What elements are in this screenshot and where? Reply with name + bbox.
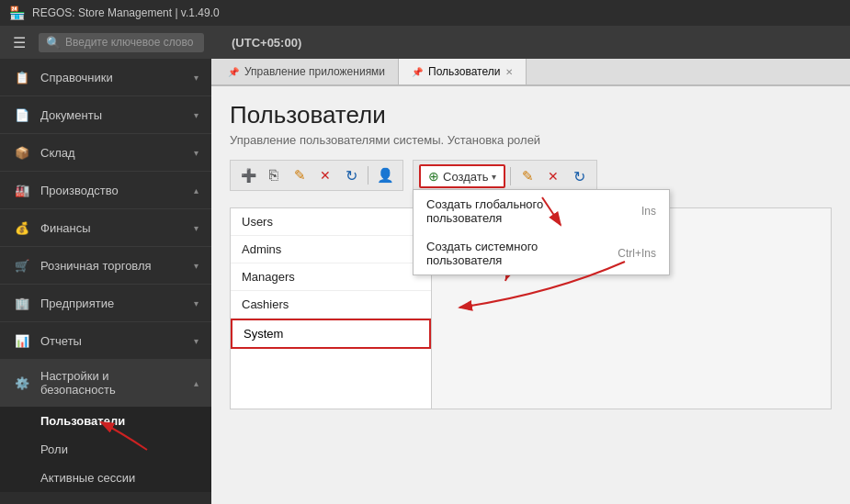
delete-button[interactable]: ✕ (313, 164, 337, 186)
dokumenty-icon: 📄 (13, 106, 31, 124)
list-item[interactable]: Users (231, 208, 431, 236)
sidebar-item-predpriyatie[interactable]: 🏢 Предприятие ▾ (0, 285, 211, 322)
edit-button-right[interactable]: ✎ (516, 165, 539, 187)
chevron-down-icon: ▾ (194, 73, 198, 83)
tab-close-icon[interactable]: ✕ (505, 67, 513, 77)
chevron-down-icon: ▾ (194, 336, 198, 346)
dropdown-arrow-icon: ▾ (492, 172, 496, 182)
create-dropdown-menu: Создать глобального пользователя Ins Соз… (413, 189, 670, 275)
delete-button-right[interactable]: ✕ (541, 165, 565, 187)
title-bar: 🏪 REGOS: Store Management | v.1.49.0 (0, 0, 850, 26)
sidebar-item-finansy[interactable]: 💰 Финансы ▾ (0, 209, 211, 247)
tab-label: Управление приложениями (244, 65, 385, 78)
tab-upravlenie[interactable]: 📌 Управление приложениями (215, 59, 399, 84)
sidebar-item-proizvodstvo[interactable]: 🏭 Производство ▴ (0, 172, 211, 209)
tab-label: Пользователи (428, 65, 500, 78)
list-item[interactable]: Admins (231, 236, 431, 263)
chevron-up-icon: ▴ (194, 378, 198, 388)
plus-icon: ⊕ (428, 169, 439, 184)
pin-icon: 📌 (228, 67, 239, 77)
sidebar-label: Справочники (40, 71, 185, 84)
sidebar-label: Склад (40, 146, 185, 160)
search-icon: 🔍 (46, 36, 61, 50)
page-title: Пользователи (230, 101, 832, 129)
spravochniki-icon: 📋 (13, 68, 31, 86)
sidebar-sub-sessii[interactable]: Активные сессии (0, 464, 211, 492)
sidebar: 📋 Справочники ▾ 📄 Документы ▾ 📦 Склад ▾ … (0, 59, 211, 504)
finansy-icon: 💰 (13, 218, 31, 237)
sidebar-label: Розничная торговля (40, 259, 185, 273)
sidebar-item-nastrojki[interactable]: ⚙️ Настройки и безопасность ▴ (0, 360, 211, 407)
refresh-button[interactable]: ↻ (339, 164, 363, 186)
otchety-icon: 📊 (13, 331, 31, 350)
sidebar-item-otchety[interactable]: 📊 Отчеты ▾ (0, 322, 211, 360)
sidebar-label: Предприятие (40, 297, 185, 310)
main-layout: 📋 Справочники ▾ 📄 Документы ▾ 📦 Склад ▾ … (0, 59, 850, 504)
sidebar-sub-polzovateli[interactable]: Пользователи (0, 407, 211, 435)
sidebar-submenu: Пользователи Роли Активные сессии (0, 407, 211, 492)
chevron-down-icon: ▾ (194, 223, 198, 233)
toolbar-separator (368, 166, 368, 185)
sidebar-item-sklad[interactable]: 📦 Склад ▾ (0, 134, 211, 172)
add-button[interactable]: ➕ (236, 164, 260, 186)
sidebar-label: Настройки и безопасность (40, 369, 185, 397)
create-system-shortcut: Ctrl+Ins (618, 247, 656, 260)
create-system-label: Создать системного пользователя (426, 240, 581, 267)
create-global-label: Создать глобального пользователя (426, 197, 605, 225)
sidebar-label: Документы (40, 108, 185, 122)
sidebar-label: Отчеты (40, 334, 185, 348)
app-icon: 🏪 (9, 6, 25, 20)
search-input[interactable] (65, 36, 194, 49)
proizvodstvo-icon: 🏭 (13, 181, 31, 199)
list-item[interactable]: Managers (231, 263, 431, 291)
right-toolbar-wrapper: ⊕ Создать ▾ ✎ ✕ ↻ Создать глобального по… (413, 160, 597, 200)
sidebar-item-roznichnaya[interactable]: 🛒 Розничная торговля ▾ (0, 247, 211, 285)
copy-button[interactable]: ⎘ (262, 164, 286, 186)
list-item-system[interactable]: System (231, 319, 431, 349)
top-toolbar: ☰ 🔍 (UTC+05:00) (0, 26, 850, 59)
refresh-button-right[interactable]: ↻ (567, 165, 591, 187)
utc-label: (UTC+05:00) (232, 36, 301, 50)
app-title: REGOS: Store Management | v.1.49.0 (32, 6, 220, 19)
list-item[interactable]: Cashiers (231, 291, 431, 319)
search-box[interactable]: 🔍 (39, 33, 204, 52)
create-system-user-item[interactable]: Создать системного пользователя Ctrl+Ins (414, 232, 669, 274)
sidebar-label: Производство (40, 184, 185, 197)
toolbars-row: ➕ ⎘ ✎ ✕ ↻ 👤 ⊕ Создать ▾ (230, 160, 832, 200)
predpriyatie-icon: 🏢 (13, 294, 31, 312)
toolbar-right: ⊕ Создать ▾ ✎ ✕ ↻ (413, 160, 597, 193)
page-subtitle: Управление пользователями системы. Устан… (230, 133, 832, 147)
sklad-icon: 📦 (13, 143, 31, 162)
sidebar-sub-roli[interactable]: Роли (0, 435, 211, 464)
chevron-down-icon: ▾ (194, 148, 198, 158)
chevron-down-icon: ▾ (194, 298, 198, 308)
chevron-down-icon: ▾ (194, 261, 198, 271)
page-content: Пользователи Управление пользователями с… (211, 86, 850, 504)
create-label: Создать (443, 170, 488, 184)
nastrojki-icon: ⚙️ (13, 374, 31, 392)
users-list-panel: Users Admins Managers Cashiers System (230, 207, 432, 409)
tabs-bar: 📌 Управление приложениями 📌 Пользователи… (211, 59, 850, 86)
content-area: 📌 Управление приложениями 📌 Пользователи… (211, 59, 850, 504)
create-global-user-item[interactable]: Создать глобального пользователя Ins (414, 190, 669, 232)
sidebar-item-dokumenty[interactable]: 📄 Документы ▾ (0, 96, 211, 134)
pin-icon: 📌 (412, 67, 423, 77)
tab-polzovateli[interactable]: 📌 Пользователи ✕ (399, 59, 527, 84)
sidebar-label: Финансы (40, 221, 185, 235)
user-button[interactable]: 👤 (373, 164, 397, 186)
hamburger-button[interactable]: ☰ (9, 30, 29, 55)
toolbar-separator (510, 167, 511, 185)
create-button[interactable]: ⊕ Создать ▾ (419, 164, 505, 188)
create-global-shortcut: Ins (641, 205, 656, 218)
chevron-up-icon: ▴ (194, 185, 198, 196)
toolbar-left: ➕ ⎘ ✎ ✕ ↻ 👤 (230, 160, 403, 191)
chevron-down-icon: ▾ (194, 110, 198, 120)
edit-button[interactable]: ✎ (288, 164, 312, 186)
sidebar-item-spravochniki[interactable]: 📋 Справочники ▾ (0, 59, 211, 96)
roznichnaya-icon: 🛒 (13, 256, 31, 274)
